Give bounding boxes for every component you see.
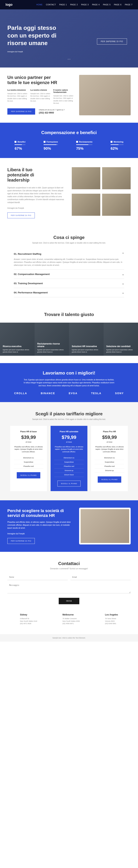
talent-card[interactable]: Ricerca esecutivaEgestas quis ipsum susp…: [0, 322, 35, 356]
accordion-item: 04. Performance Management⌄: [14, 288, 124, 297]
value-heading: Il nostro valore fondamentale: [53, 89, 74, 93]
stat-icon: [44, 141, 46, 143]
choose-plan-button[interactable]: SCEGLI IL PIANO: [98, 476, 121, 483]
plan-feature: Dictum fusce: [54, 473, 84, 477]
value-text: Sample text. Click to select the text bo…: [53, 95, 74, 105]
email-input[interactable]: [71, 574, 131, 580]
nav-page3[interactable]: PAGE 3: [81, 4, 89, 6]
hero-title: Parla oggi stesso con un esperto di riso…: [7, 24, 66, 47]
vision-text: Sample text. Click to select the text bo…: [30, 93, 51, 102]
plan-feature: Dictumst qu: [54, 468, 84, 473]
location: Los Angeles78 Yarra StreetVictoria 3823(…: [105, 614, 118, 625]
why-cta-button[interactable]: PER SAPERNE DI PIÙ: [7, 538, 35, 544]
leader-image-grid: [72, 167, 131, 218]
best-section: Lavoriamo con i migliori! Text. Egestas …: [0, 363, 138, 402]
hero-cta-button[interactable]: PER SAPERNE DI PIÙ: [97, 38, 127, 44]
leader-credit: Immagini da Freepik: [7, 207, 66, 210]
hero-section: Parla oggi stesso con un esperto di riso…: [0, 9, 138, 67]
accordion-header[interactable]: 01. Recruitment Staffing⌃: [14, 252, 124, 256]
message-input[interactable]: [7, 582, 131, 593]
why-text: Phasellus sed efficitur dolor, et ultric…: [7, 521, 74, 530]
location: Sidney9 Blaxcell StNew South Wales 2142(…: [20, 614, 37, 625]
best-text: Text. Egestas quis ipsum suspendisse ult…: [23, 378, 115, 387]
pricing-subtitle: Sample text. Click to select the text bo…: [7, 418, 131, 420]
nav-page5[interactable]: PAGE 5: [103, 4, 111, 6]
partner-logo: TESLA: [91, 392, 101, 395]
pricing-section: Scegli il piano tariffario migliore Samp…: [0, 402, 138, 500]
plan-feature: Elementum eu: [14, 456, 43, 460]
accordion-header[interactable]: 04. Performance Management⌄: [14, 291, 124, 294]
drives-subtitle: Sample text. Click to select the text bo…: [7, 242, 131, 244]
best-title: Lavoriamo con i migliori!: [7, 370, 131, 376]
why-section: Perché scegliere la società di servizi d…: [0, 500, 138, 552]
chevron-down-icon: ⌄: [122, 282, 124, 285]
pricing-title: Scegli il piano tariffario migliore: [7, 411, 131, 416]
partner-logo: SONY: [115, 392, 124, 395]
phone-info: Chiama 24 ore su 24 / 7 giorni su 7 (252…: [39, 109, 64, 114]
footer-text: Sample text. Click to select the Text El…: [52, 637, 86, 639]
partner-section: Un unico partner per tutte le tue esigen…: [0, 67, 138, 123]
nav-page4[interactable]: PAGE 4: [92, 4, 100, 6]
price-card: Piano HR di base$39,99al mesePhasellus s…: [10, 426, 47, 491]
accordion-header[interactable]: 03. Training Development⌄: [14, 282, 124, 285]
plan-feature: Phasellus sed: [95, 464, 124, 468]
plan-feature: Dictumst qu: [95, 468, 124, 473]
plan-feature: Suspendisse: [95, 460, 124, 464]
vision-heading: La nostra visione: [30, 89, 51, 91]
price-card: Piano Pro HR$59,99al mesePhasellus sed e…: [91, 426, 128, 491]
leader-cta-button[interactable]: PER SAPERNE DI PIÙ: [7, 212, 35, 218]
location: Melbourne75 Walter CrescentNew South Wal…: [62, 614, 80, 625]
accordion-item: 02. Compensation Management⌄: [14, 270, 124, 279]
footer: Sample text. Click to select the Text El…: [0, 634, 138, 642]
partner-cta-button[interactable]: PER SAPERNE DI PIÙ: [7, 108, 35, 115]
plan-feature: Phasellus sed: [14, 464, 43, 468]
stat-icon: [76, 141, 78, 143]
nav-home[interactable]: HOME: [36, 4, 43, 6]
drives-title: Cosa ci spinge: [7, 235, 131, 240]
talent-card[interactable]: Soluzioni HR innovativeEgestas quis ipsu…: [69, 322, 104, 356]
accordion-header[interactable]: 02. Compensation Management⌄: [14, 272, 124, 276]
nav-page1[interactable]: PAGE 1: [59, 4, 67, 6]
mission-heading: La nostra missione: [7, 89, 28, 91]
comp-item: Benefici67%: [15, 141, 25, 151]
partner-logo: EVGA: [68, 392, 78, 395]
partner-image: [79, 75, 131, 115]
why-image-frame: [79, 508, 131, 545]
choose-plan-button[interactable]: SCEGLI IL PIANO: [17, 472, 40, 478]
partner-title: Un unico partner per tutte le tue esigen…: [7, 75, 59, 85]
price-card: Piano HR aziendale$79,99al mesePhasellus…: [51, 426, 87, 491]
carousel-dots[interactable]: ○ ○: [7, 58, 131, 60]
plan-feature: Suspendisse: [14, 460, 43, 464]
header: logo HOME CONTACT PAGE 1 PAGE 2 PAGE 3 P…: [0, 0, 138, 9]
nav-contact[interactable]: CONTACT: [46, 4, 56, 6]
comp-item: Reclutamento75%: [76, 141, 92, 151]
name-input[interactable]: [7, 574, 68, 580]
drives-section: Cosa ci spinge Sample text. Click to sel…: [0, 227, 138, 305]
nav-page7[interactable]: PAGE 7: [125, 4, 133, 6]
plan-feature: Phasellus sed: [54, 464, 84, 468]
why-image: [81, 509, 129, 543]
leader-image-4: [102, 194, 131, 216]
accordion-item: 01. Recruitment Staffing⌃Answer. Lorem i…: [14, 249, 124, 270]
phone-number[interactable]: (252) 422-9900: [39, 112, 64, 114]
chevron-up-icon: ⌃: [122, 252, 124, 256]
logo[interactable]: logo: [5, 3, 12, 7]
plan-feature: Elementum eu: [95, 456, 124, 460]
submit-button[interactable]: INVIA: [59, 598, 79, 604]
leader-image-1: [72, 167, 100, 189]
stat-icon: [111, 141, 112, 143]
contact-title: Contattaci: [7, 561, 131, 566]
mission-text: Sample text. Click to select the text bo…: [7, 93, 28, 102]
comp-title: Compensazione e benefici: [7, 130, 131, 135]
stat-icon: [15, 141, 17, 143]
why-credit: Immagine da Freepik: [7, 532, 74, 535]
talent-card[interactable]: Reclutamento risorse umaneEgestas quis i…: [35, 322, 69, 356]
plan-feature: Suspendisse: [54, 460, 84, 464]
nav-page2[interactable]: PAGE 2: [70, 4, 78, 6]
compensation-section: Compensazione e benefici Benefici67% For…: [0, 123, 138, 158]
comp-item: Mentoring62%: [111, 141, 123, 151]
nav-page6[interactable]: PAGE 6: [114, 4, 121, 6]
talent-card[interactable]: Selezione dei candidatiEgestas quis ipsu…: [104, 322, 138, 356]
choose-plan-button[interactable]: SCEGLI IL PIANO: [57, 480, 81, 487]
accordion-body: Answer. Lorem ipsum dolor sit amet, cons…: [14, 258, 124, 267]
